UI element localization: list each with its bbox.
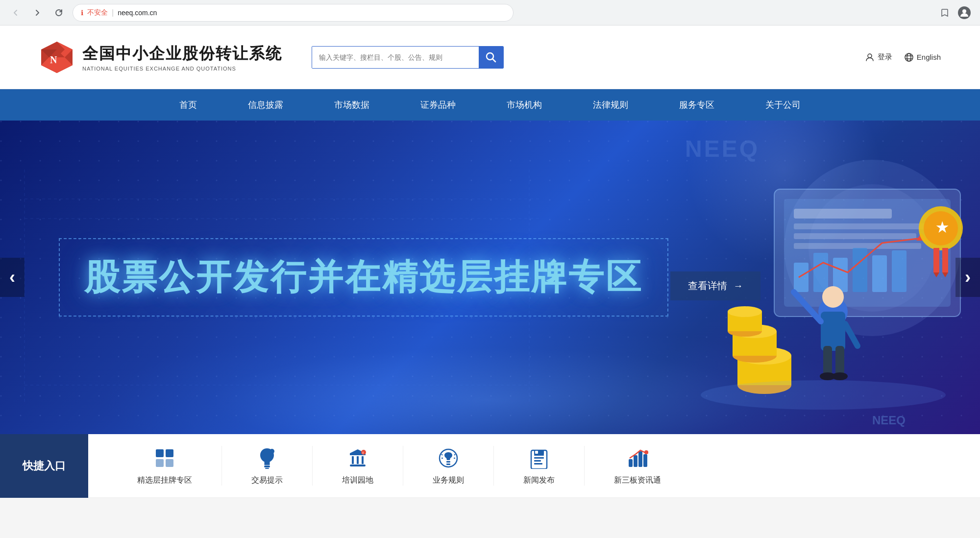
address-bar[interactable]: ℹ 不安全 | neeq.com.cn [73,4,514,22]
svg-point-71 [270,449,274,454]
bookmark-button[interactable] [937,5,953,21]
hero-cta-label: 查看详情 [688,279,727,293]
reload-button[interactable] [51,5,67,21]
quick-items: 精选层挂牌专区 交易提示 [88,446,980,486]
svg-point-11 [905,53,913,61]
svg-point-12 [907,53,911,61]
svg-point-97 [644,450,648,454]
svg-rect-72 [352,456,354,464]
svg-point-62 [701,380,946,410]
security-icon: ℹ [81,9,83,17]
logo-area: N 全国中小企业股份转让系统 NATIONAL EQUITIES EXCHANG… [39,40,282,75]
svg-rect-67 [166,459,173,467]
login-button[interactable]: 登录 [865,52,892,62]
hero-dotted-box: 股票公开发行并在精选层挂牌专区 [59,238,668,317]
quick-item-label-2: 培训园地 [342,475,373,486]
search-input[interactable] [312,47,479,68]
logo-cn-text: 全国中小企业股份转让系统 [82,43,282,65]
svg-rect-93 [634,455,637,467]
svg-rect-26 [794,209,892,219]
svg-rect-86 [534,454,544,456]
forward-button[interactable] [29,5,45,21]
svg-rect-66 [156,459,164,467]
logo-text: 全国中小企业股份转让系统 NATIONAL EQUITIES EXCHANGE … [82,43,282,72]
hero-cta-arrow: → [733,280,743,292]
quick-item-label-4: 新闻发布 [523,475,555,486]
svg-rect-48 [835,346,844,375]
training-icon: ! [345,446,370,470]
svg-rect-46 [821,312,845,351]
logo-icon: N [39,40,74,75]
browser-actions [937,5,972,21]
hero-prev-button[interactable]: ‹ [0,258,24,297]
svg-point-68 [168,451,173,457]
svg-point-1 [962,9,966,13]
quick-item-news-release[interactable]: 新闻发布 [494,446,585,486]
svg-rect-73 [357,456,359,464]
svg-rect-47 [823,346,832,375]
news-release-icon [527,446,551,470]
select-layer-icon [152,446,177,470]
svg-rect-89 [534,463,542,465]
svg-rect-79 [446,461,450,463]
next-arrow-icon: › [965,267,971,288]
url-separator: | [112,8,114,17]
language-button[interactable]: English [904,52,941,62]
language-label: English [917,53,941,61]
svg-point-52 [832,372,848,380]
quick-item-label-1: 交易提示 [251,475,283,486]
svg-line-81 [441,454,442,455]
account-button[interactable] [956,5,972,21]
search-button[interactable] [479,47,503,68]
quick-item-label-0: 精选层挂牌专区 [137,475,192,486]
svg-rect-27 [794,223,931,229]
quick-access: 快捷入口 精选层挂牌专区 [0,434,980,498]
nav-item-securities[interactable]: 证券品种 [395,89,481,121]
url-text: neeq.com.cn [118,9,157,17]
svg-rect-95 [643,454,647,467]
svg-rect-80 [446,464,450,465]
quick-label: 快捷入口 [0,434,88,498]
nav-item-disclosure[interactable]: 信息披露 [222,89,309,121]
svg-rect-92 [629,459,633,467]
hero-cta-button[interactable]: 查看详情 → [670,271,760,300]
nav-item-legal[interactable]: 法律规则 [567,89,654,121]
svg-rect-74 [362,456,364,464]
hero-next-button[interactable]: › [956,258,980,297]
nav-item-market-data[interactable]: 市场数据 [309,89,395,121]
quick-item-select-layer[interactable]: 精选层挂牌专区 [108,446,222,486]
quick-item-business-rules[interactable]: 业务规则 [403,446,494,486]
trade-tips-icon [255,446,279,470]
header-right: 登录 English [865,52,941,62]
logo-en-text: NATIONAL EQUITIES EXCHANGE AND QUOTATION… [82,66,282,72]
nav-item-home[interactable]: 首页 [154,89,222,121]
svg-text:★: ★ [936,220,949,235]
neeq-info-icon [625,446,650,470]
nav-item-about[interactable]: 关于公司 [740,89,826,121]
site-header: N 全国中小企业股份转让系统 NATIONAL EQUITIES EXCHANG… [0,25,980,89]
main-nav: 首页 信息披露 市场数据 证券品种 市场机构 法律规则 服务专区 关于公司 [0,89,980,121]
svg-rect-88 [534,460,541,462]
hero-content: 股票公开发行并在精选层挂牌专区 查看详情 → [0,238,980,317]
quick-item-trade-tips[interactable]: 交易提示 [222,446,313,486]
login-label: 登录 [878,52,892,62]
quick-item-training[interactable]: ! 培训园地 [313,446,403,486]
nav-item-service[interactable]: 服务专区 [654,89,740,121]
nav-item-market-institution[interactable]: 市场机构 [481,89,567,121]
svg-text:N: N [50,54,57,65]
svg-rect-91 [535,451,538,454]
svg-point-10 [868,54,872,58]
svg-rect-87 [534,457,544,459]
search-input-wrapper [312,46,504,69]
svg-rect-70 [265,468,269,469]
prev-arrow-icon: ‹ [9,267,15,288]
hero-banner: NEEQ 股票公开发行并在精选层挂牌专区 查看详情 → [0,121,980,434]
quick-item-neeq-info[interactable]: 新三板资讯通 [585,446,690,486]
search-area [312,46,504,69]
back-button[interactable] [8,5,24,21]
svg-text:!: ! [363,451,364,455]
svg-rect-75 [350,465,366,466]
svg-line-83 [454,454,455,455]
quick-item-label-3: 业务规则 [433,475,464,486]
security-label: 不安全 [87,8,108,17]
